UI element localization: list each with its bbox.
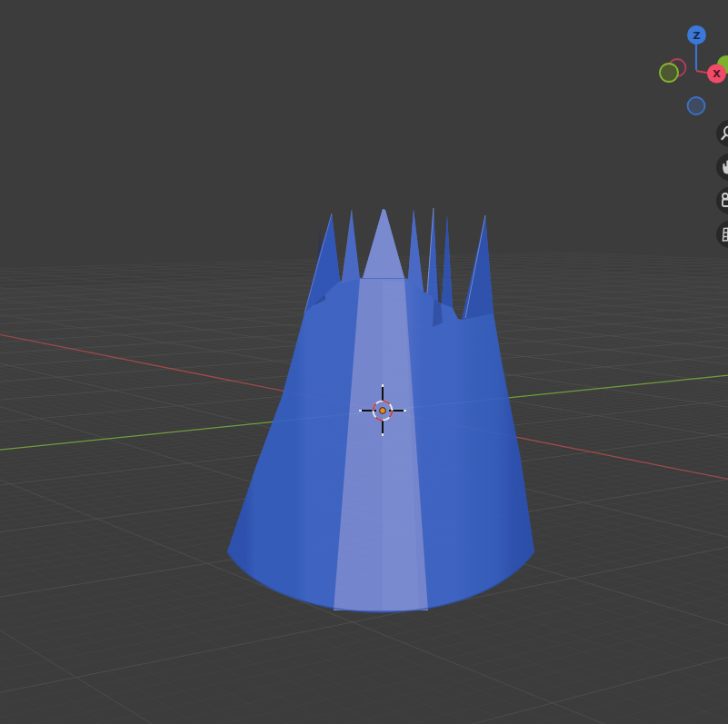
gizmo-z-label: Z	[693, 30, 701, 42]
gizmo-axis-z-negative[interactable]	[688, 97, 705, 114]
hand-icon	[716, 154, 728, 181]
camera-icon	[716, 187, 728, 214]
zoom-button[interactable]	[716, 120, 728, 147]
origin-dot	[380, 408, 386, 414]
perspective-toggle-button[interactable]	[716, 221, 728, 248]
grid-perspective-icon	[716, 221, 728, 248]
gizmo-axis-y-negative[interactable]	[660, 64, 678, 82]
move-button[interactable]	[716, 154, 728, 181]
magnifier-icon	[716, 120, 728, 147]
viewport-canvas[interactable]	[0, 0, 728, 724]
camera-view-button[interactable]	[716, 187, 728, 214]
gizmo-x-label: X	[713, 68, 721, 80]
blender-3d-viewport[interactable]: X Z	[0, 0, 728, 724]
